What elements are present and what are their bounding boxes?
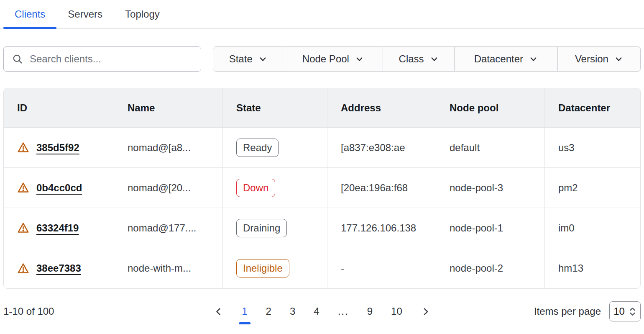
state-badge: Draining <box>236 219 287 237</box>
pagination-range-text: 1-10 of 100 <box>3 306 54 317</box>
state-badge: Down <box>236 179 275 197</box>
table-row-cell-name: nomad@[20... <box>114 168 223 208</box>
client-id-link[interactable]: 385d5f92 <box>36 142 79 154</box>
filter-version-button[interactable]: Version <box>557 47 640 71</box>
table-row-cell-address: [a837:e308:ae <box>327 128 436 168</box>
chevron-down-icon <box>258 55 267 64</box>
current-page-indicator <box>239 322 250 324</box>
page-button-4[interactable]: 4 <box>314 306 319 317</box>
filter-node-pool-button[interactable]: Node Pool <box>283 47 383 71</box>
page-button-2[interactable]: 2 <box>266 306 271 317</box>
items-per-page-select[interactable]: 10 <box>609 301 641 321</box>
warning-triangle-icon <box>17 222 29 234</box>
filter-state-label: State <box>229 53 253 65</box>
tab-topology[interactable]: Toplogy <box>114 0 171 28</box>
tab-clients[interactable]: Clients <box>3 0 56 28</box>
chevron-down-icon <box>529 55 538 64</box>
chevron-down-icon <box>614 55 623 64</box>
state-badge: Ineligible <box>236 259 289 277</box>
filter-node-pool-label: Node Pool <box>302 53 349 65</box>
table-row-cell-state: Down <box>223 168 327 208</box>
filter-group: State Node Pool Class Datacenter Version <box>213 46 641 72</box>
items-per-page-label: Items per page <box>534 306 601 317</box>
column-header-node-pool: Node pool <box>436 88 545 128</box>
table-row-cell-name: nomad@[a8... <box>114 128 223 168</box>
client-id-link[interactable]: 38ee7383 <box>36 262 81 274</box>
client-id-link[interactable]: 63324f19 <box>36 222 79 234</box>
chevron-down-icon <box>430 55 439 64</box>
column-header-id: ID <box>4 88 114 128</box>
table-row-cell-node-pool: default <box>436 128 545 168</box>
table-row-cell-node-pool: node-pool-1 <box>436 208 545 248</box>
table-row-cell-id[interactable]: 38ee7383 <box>4 248 114 288</box>
table-row-cell-datacenter: hm13 <box>545 248 640 288</box>
items-per-page-control: Items per page 10 <box>534 301 641 321</box>
pagination-bar: 1-10 of 100 1 2 3 4 ... 9 10 Items per p… <box>3 289 641 334</box>
clients-page: Clients Servers Toplogy State Node Pool <box>0 0 644 334</box>
filter-version-label: Version <box>575 53 608 65</box>
page-number-label: 1 <box>242 306 247 317</box>
table-row-cell-address: 177.126.106.138 <box>327 208 436 248</box>
table-row-cell-datacenter: im0 <box>545 208 640 248</box>
chevron-right-icon[interactable] <box>421 307 430 316</box>
column-header-address: Address <box>327 88 436 128</box>
filter-datacenter-button[interactable]: Datacenter <box>454 47 557 71</box>
filter-class-button[interactable]: Class <box>383 47 454 71</box>
page-button-10[interactable]: 10 <box>391 306 402 317</box>
toolbar: State Node Pool Class Datacenter Version <box>3 46 641 72</box>
table-row-cell-node-pool: node-pool-3 <box>436 168 545 208</box>
table-row-cell-datacenter: us3 <box>545 128 640 168</box>
table-row-cell-state: Ineligible <box>223 248 327 288</box>
table-row-cell-name: nomad@177.... <box>114 208 223 248</box>
filter-state-button[interactable]: State <box>213 47 283 71</box>
tab-clients-label: Clients <box>15 8 45 20</box>
tab-servers[interactable]: Servers <box>56 0 114 28</box>
search-input[interactable] <box>30 53 189 65</box>
clients-table: ID Name State Address Node pool Datacent… <box>3 88 641 289</box>
table-row-cell-node-pool: node-pool-2 <box>436 248 545 288</box>
page-button-9[interactable]: 9 <box>367 306 373 317</box>
search-icon <box>12 54 23 65</box>
tab-servers-label: Servers <box>68 8 102 20</box>
warning-triangle-icon <box>17 182 29 194</box>
table-row-cell-address: - <box>327 248 436 288</box>
table-row-cell-state: Draining <box>223 208 327 248</box>
state-badge: Ready <box>236 139 279 157</box>
chevron-down-icon <box>355 55 364 64</box>
warning-triangle-icon <box>17 141 29 154</box>
page-button-3[interactable]: 3 <box>290 306 295 317</box>
table-row-cell-id[interactable]: 63324f19 <box>4 208 114 248</box>
column-header-name: Name <box>114 88 223 128</box>
pagination-pages: 1 2 3 4 ... 9 10 <box>214 306 430 317</box>
table-row-cell-datacenter: pm2 <box>545 168 640 208</box>
warning-triangle-icon <box>17 262 29 275</box>
filter-datacenter-label: Datacenter <box>474 53 523 65</box>
tab-bar: Clients Servers Toplogy <box>0 0 644 29</box>
table-row-cell-id[interactable]: 385d5f92 <box>4 128 114 168</box>
table-row-cell-address: [20ea:196a:f68 <box>327 168 436 208</box>
table-row-cell-state: Ready <box>223 128 327 168</box>
column-header-state: State <box>223 88 327 128</box>
table-row-cell-name: node-with-m... <box>114 248 223 288</box>
items-per-page-value: 10 <box>613 306 625 317</box>
column-header-datacenter: Datacenter <box>545 88 640 128</box>
table-row-cell-id[interactable]: 0b4cc0cd <box>4 168 114 208</box>
filter-class-label: Class <box>399 53 424 65</box>
page-button-1[interactable]: 1 <box>242 306 247 317</box>
up-down-chevrons-icon <box>629 307 636 316</box>
search-box[interactable] <box>3 46 201 72</box>
page-ellipsis: ... <box>338 306 349 317</box>
chevron-left-icon[interactable] <box>214 307 223 316</box>
tab-topology-label: Toplogy <box>125 8 160 20</box>
client-id-link[interactable]: 0b4cc0cd <box>36 182 82 194</box>
active-tab-indicator <box>3 27 56 29</box>
